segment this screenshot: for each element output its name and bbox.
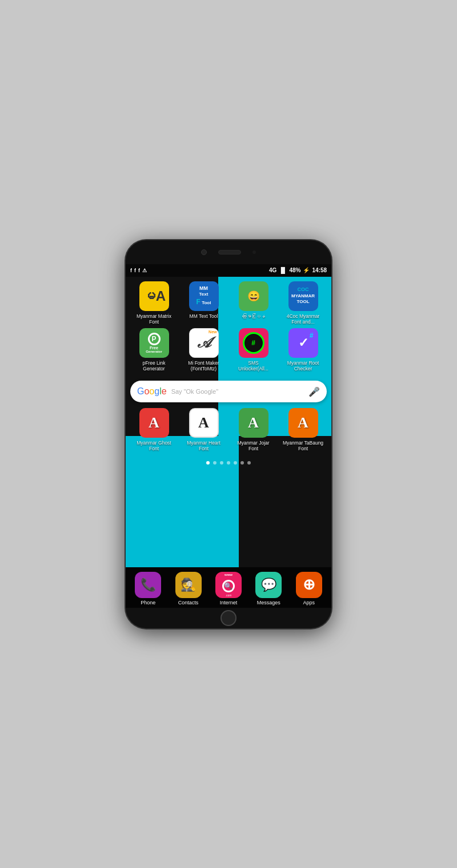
- phone-icon-glyph: 📞: [141, 578, 156, 592]
- 4coc-icon: COC MYANMAR TOOL: [288, 281, 318, 311]
- clock: 14:58: [312, 267, 327, 273]
- phone-device: f f f ⚠ 4G ▐▌ 48% ⚡ 14:58: [126, 240, 331, 628]
- app-heart-font[interactable]: A Myanmar Heart Font: [183, 408, 225, 451]
- mi-font-label: Mi Font Maker (FontToMtz): [183, 360, 225, 372]
- apps-icon: ⊕: [296, 572, 322, 598]
- battery-percent: 48%: [289, 267, 300, 273]
- mm-text-content: MM Text F Tool: [197, 285, 211, 307]
- contacts-label: Contacts: [178, 600, 199, 605]
- root-label: Myanmar Root Checker: [283, 360, 324, 372]
- new-badge: New: [209, 330, 217, 334]
- app-row-1: မA Myanmar Matrix Font MM Text F Tool: [129, 281, 328, 325]
- mi-font-a-letter: 𝒜: [198, 334, 210, 352]
- messages-icon-glyph: 💬: [261, 578, 276, 592]
- mic-icon[interactable]: 🎤: [308, 386, 320, 397]
- google-o1: o: [144, 386, 149, 397]
- dot-4: [227, 461, 230, 465]
- heart-font-icon: A: [189, 408, 219, 438]
- google-g: G: [137, 386, 144, 397]
- messages-icon: 💬: [255, 572, 282, 598]
- dot-3: [220, 461, 223, 465]
- apps-icon-glyph: ⊕: [303, 576, 315, 594]
- google-g2: g: [154, 386, 159, 397]
- contacts-icon: 🕵: [175, 572, 202, 598]
- signal-bars: ▐▌: [279, 267, 287, 273]
- internet-icon: www 🔍 .com: [215, 572, 242, 598]
- 4coc-label: 4Coc Myanmar Font and...: [283, 313, 324, 325]
- messages-label: Messages: [257, 600, 280, 605]
- tabaung-font-label: Myanmar TaBaung Font: [283, 440, 324, 451]
- fb-icon-2: f: [134, 268, 136, 273]
- dot-1: [206, 461, 210, 465]
- tabaung-font-a: A: [298, 414, 308, 431]
- contacts-icon-glyph: 🕵: [181, 578, 196, 592]
- dock-phone[interactable]: 📞 Phone: [131, 572, 165, 605]
- status-bar: f f f ⚠ 4G ▐▌ 48% ⚡ 14:58: [126, 264, 331, 277]
- app-pfree[interactable]: P Free Generator pFree Link Generator: [134, 328, 175, 372]
- tabaung-font-icon: A: [288, 408, 318, 438]
- earpiece-speaker: [218, 250, 241, 255]
- myanmar-matrix-label: Myanmar Matrix Font: [134, 313, 175, 325]
- mm-text-tool-label: MM Text Tool: [190, 313, 218, 319]
- google-logo: G o o g l e: [137, 386, 167, 397]
- google-e: e: [162, 386, 167, 397]
- app-root[interactable]: ✓ # Myanmar Root Checker: [283, 328, 324, 372]
- phone-screen: f f f ⚠ 4G ▐▌ 48% ⚡ 14:58: [126, 264, 331, 608]
- dock-apps[interactable]: ⊕ Apps: [292, 572, 326, 605]
- app-dock: 📞 Phone 🕵 Contacts www 🔍 .com: [126, 567, 331, 608]
- apps-label: Apps: [303, 600, 315, 605]
- page-indicator: [126, 458, 331, 468]
- google-o2: o: [149, 386, 154, 397]
- network-type: 4G: [269, 267, 276, 273]
- jojar-font-icon: A: [239, 408, 268, 438]
- ghost-font-label: Myanmar Ghost Font: [134, 440, 175, 451]
- fb-icon-3: f: [138, 268, 140, 273]
- status-left-icons: f f f ⚠: [130, 268, 147, 273]
- myanmar-burmese-icon: 😄: [239, 281, 268, 311]
- app-sms[interactable]: # SMS Unlocker(All...: [233, 328, 274, 372]
- app-ghost-font[interactable]: A Myanmar Ghost Font: [134, 408, 175, 451]
- heart-font-a: A: [198, 414, 209, 431]
- phone-bottom-hardware: [126, 608, 331, 628]
- sms-icon: #: [239, 328, 268, 358]
- root-icon: ✓ #: [288, 328, 318, 358]
- app-myanmar-matrix[interactable]: မA Myanmar Matrix Font: [134, 281, 175, 325]
- home-button[interactable]: [221, 610, 236, 626]
- app-grid-top: မA Myanmar Matrix Font MM Text F Tool: [126, 277, 331, 378]
- ghost-font-a: A: [149, 414, 159, 431]
- app-grid-bottom: A Myanmar Ghost Font A Myanmar Heart Fon…: [126, 406, 331, 457]
- app-4coc[interactable]: COC MYANMAR TOOL 4Coc Myanmar Font and..…: [283, 281, 324, 325]
- app-tabaung-font[interactable]: A Myanmar TaBaung Font: [283, 408, 324, 451]
- app-myanmar-burmese[interactable]: 😄 စာမြောင်းပြန: [233, 281, 274, 325]
- warning-icon: ⚠: [142, 268, 147, 273]
- app-mm-text-tool[interactable]: MM Text F Tool MM Text Tool: [183, 281, 225, 325]
- phone-label: Phone: [141, 600, 155, 605]
- jojar-font-a: A: [248, 414, 259, 431]
- app-jojar-font[interactable]: A Myanmar Jojar Font: [233, 408, 274, 451]
- google-placeholder: Say "Ok Google": [171, 388, 308, 395]
- jojar-font-label: Myanmar Jojar Font: [233, 440, 274, 451]
- heart-font-label: Myanmar Heart Font: [183, 440, 225, 451]
- google-search-bar[interactable]: G o o g l e Say "Ok Google" 🎤: [130, 381, 327, 402]
- dot-7: [247, 461, 251, 465]
- myanmar-matrix-icon: မA: [139, 281, 169, 311]
- mm-text-tool-icon: MM Text F Tool: [189, 281, 219, 311]
- dock-messages[interactable]: 💬 Messages: [251, 572, 286, 605]
- front-camera: [201, 249, 207, 255]
- fb-icon-1: f: [130, 268, 132, 273]
- sms-inner: #: [243, 332, 264, 354]
- mi-font-icon: 𝒜 New: [189, 328, 219, 358]
- phone-icon: 📞: [135, 572, 161, 598]
- dock-contacts[interactable]: 🕵 Contacts: [171, 572, 206, 605]
- sms-label: SMS Unlocker(All...: [233, 360, 274, 372]
- internet-label: Internet: [220, 600, 238, 605]
- status-right: 4G ▐▌ 48% ⚡ 14:58: [269, 267, 327, 273]
- myanmar-burmese-label: စာမြောင်းပြန: [242, 313, 265, 319]
- dot-6: [240, 461, 244, 465]
- app-mi-font[interactable]: 𝒜 New Mi Font Maker (FontToMtz): [183, 328, 225, 372]
- battery-icon: ⚡: [303, 267, 310, 273]
- dot-2: [213, 461, 217, 465]
- app-row-2: P Free Generator pFree Link Generator 𝒜: [129, 328, 328, 372]
- pfree-label: pFree Link Generator: [134, 360, 175, 372]
- dock-internet[interactable]: www 🔍 .com Internet: [211, 572, 246, 605]
